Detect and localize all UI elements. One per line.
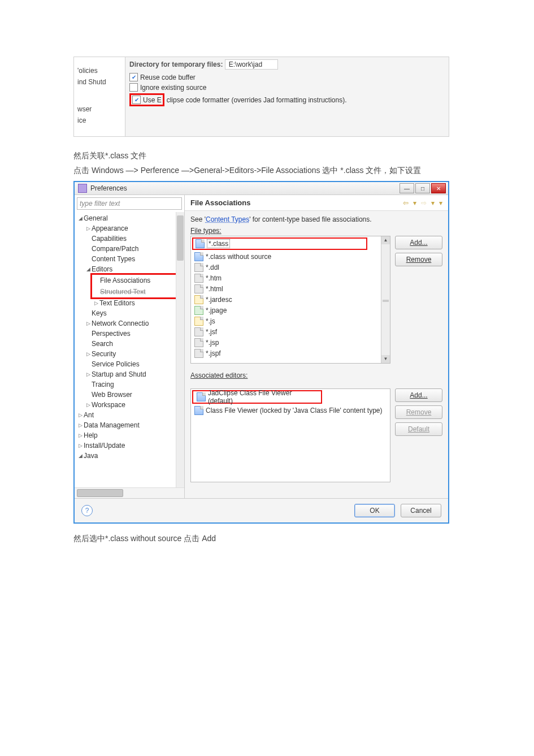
tree-item[interactable]: Structured Text — [100, 288, 145, 296]
editors-remove-button[interactable]: Remove — [395, 405, 442, 419]
editors-default-button[interactable]: Default — [395, 422, 442, 436]
tree-item[interactable]: Text Editors — [99, 299, 135, 307]
tree-item[interactable]: Appearance — [92, 224, 128, 232]
file-type-item[interactable]: *.class — [192, 237, 367, 250]
tree-item[interactable]: Workspace — [92, 401, 125, 409]
directory-value[interactable]: E:\work\jad — [225, 59, 278, 70]
tree-twisty-icon[interactable]: ◢ — [77, 215, 84, 221]
formatter-highlight: Use E — [129, 93, 164, 106]
tree-item[interactable]: File Associations — [100, 277, 150, 284]
file-types-remove-button[interactable]: Remove — [395, 253, 442, 266]
ignore-source-checkbox[interactable] — [129, 83, 138, 92]
tree-scrollbar-h[interactable] — [75, 487, 184, 498]
tree-twisty-icon[interactable]: ▷ — [85, 351, 92, 357]
tree-item[interactable]: Tracing — [92, 381, 114, 388]
file-type-item[interactable]: *.html — [191, 283, 390, 294]
tree-item[interactable]: Help — [84, 431, 98, 439]
cancel-button[interactable]: Cancel — [401, 504, 441, 517]
tree-twisty-icon[interactable]: ◢ — [77, 453, 84, 459]
tree-item[interactable]: Service Policies — [92, 360, 140, 368]
help-icon[interactable]: ? — [81, 505, 93, 516]
use-formatter-checkbox[interactable] — [132, 96, 141, 104]
file-types-add-button[interactable]: Add... — [395, 236, 442, 249]
tree-twisty-icon[interactable]: ◢ — [85, 266, 92, 272]
tree-item[interactable]: Content Types — [92, 255, 135, 263]
tree-twisty-icon[interactable]: ▷ — [77, 443, 84, 448]
file-type-item[interactable]: *.class without source — [191, 251, 390, 262]
tree-item[interactable]: Install/Update — [84, 442, 125, 450]
file-type-label: *.html — [206, 285, 223, 293]
filter-input[interactable]: type filter text — [77, 197, 182, 210]
tree-frag-item: ice — [77, 115, 125, 126]
file-type-item[interactable]: *.jsp — [191, 337, 390, 348]
tree-twisty-icon[interactable]: ▷ — [77, 433, 84, 438]
jad-options-fragment: 'olicies ind Shutd wser ice Directory fo… — [73, 57, 449, 137]
see-content-types-line: See 'Content Types' for content-type bas… — [190, 215, 442, 223]
tree-item[interactable]: Java — [84, 452, 98, 460]
tree-item[interactable]: Ant — [84, 411, 94, 419]
tree-item[interactable]: Startup and Shutd — [92, 370, 146, 378]
tree-item[interactable]: Compare/Patch — [92, 245, 138, 253]
maximize-button[interactable]: □ — [415, 183, 430, 193]
tree-twisty-icon[interactable]: ▷ — [85, 226, 92, 231]
file-type-label: *.htm — [206, 274, 222, 282]
instruction-line-3: 然后选中*.class without source 点击 Add — [73, 534, 449, 544]
tree-item[interactable]: General — [84, 214, 108, 222]
file-icon — [194, 295, 203, 304]
tree-twisty-icon[interactable]: ▷ — [85, 371, 92, 377]
tree-scrollbar-v[interactable] — [176, 212, 184, 487]
editor-item[interactable]: Class File Viewer (locked by 'Java Class… — [191, 405, 390, 416]
filter-placeholder: type filter text — [80, 200, 120, 208]
tree-twisty-icon[interactable]: ▷ — [85, 402, 92, 408]
tree-frag-item: ind Shutd — [77, 76, 125, 88]
nav-arrows[interactable]: ⇦▾ ⇨▾ ▾ — [403, 199, 442, 207]
file-associations-highlight: File AssociationsStructured Text — [90, 273, 184, 299]
editors-add-button[interactable]: Add... — [395, 388, 442, 402]
file-icon — [194, 306, 203, 315]
file-type-label: *.class without source — [206, 253, 271, 261]
file-types-list[interactable]: *.class*.class without source*.ddl*.htm*… — [190, 236, 390, 364]
instruction-line-2: 点击 Windows —> Perference —>General->Edit… — [73, 164, 449, 176]
titlebar[interactable]: Preferences — □ ✕ — [75, 182, 448, 195]
editor-label: Class File Viewer (locked by 'Java Class… — [206, 407, 382, 414]
tree-item[interactable]: Security — [92, 350, 116, 358]
tree-twisty-icon[interactable]: ▷ — [77, 422, 84, 428]
tree-item[interactable]: Web Browser — [92, 391, 132, 399]
reuse-buffer-checkbox[interactable] — [129, 73, 138, 81]
file-type-item[interactable]: *.ddl — [191, 262, 390, 273]
tree-item[interactable]: Keys — [92, 309, 107, 317]
file-type-item[interactable]: *.jsf — [191, 326, 390, 337]
file-icon — [194, 284, 203, 293]
file-type-item[interactable]: *.jspf — [191, 348, 390, 358]
close-button[interactable]: ✕ — [431, 183, 446, 193]
tree-twisty-icon[interactable]: ▷ — [85, 321, 92, 326]
content-types-link[interactable]: Content Types — [206, 215, 249, 223]
associated-editors-list[interactable]: JadClipse Class File Viewer (default)Cla… — [190, 388, 390, 482]
ok-button[interactable]: OK — [354, 504, 395, 517]
tree-item[interactable]: Search — [92, 340, 113, 348]
back-icon[interactable]: ⇦ — [403, 199, 409, 207]
file-type-label: *.class — [207, 239, 230, 248]
minimize-button[interactable]: — — [400, 183, 414, 193]
file-type-item[interactable]: *.jardesc — [191, 294, 390, 305]
tree-item[interactable]: Network Connectio — [92, 319, 149, 327]
directory-label: Directory for temporary files: — [129, 61, 223, 68]
forward-icon[interactable]: ⇨ — [421, 199, 427, 207]
editor-item[interactable]: JadClipse Class File Viewer (default) — [192, 390, 322, 404]
tree-twisty-icon[interactable]: ▷ — [93, 300, 99, 306]
tree-item[interactable]: Editors — [92, 265, 112, 273]
file-icon — [194, 263, 203, 272]
file-type-item[interactable]: *.htm — [191, 273, 390, 283]
file-types-scrollbar[interactable]: ▲▼ — [381, 236, 390, 363]
reuse-buffer-label: Reuse code buffer — [140, 74, 196, 81]
preferences-tree[interactable]: ◢General▷AppearanceCapabilitiesCompare/P… — [75, 212, 184, 487]
tree-item[interactable]: Perspectives — [92, 330, 131, 338]
tree-item[interactable]: Data Management — [84, 421, 140, 429]
file-type-item[interactable]: *.jpage — [191, 305, 390, 316]
file-icon — [194, 274, 203, 283]
tree-twisty-icon[interactable]: ▷ — [77, 412, 84, 418]
tree-item[interactable]: Capabilities — [92, 235, 127, 243]
file-type-item[interactable]: *.js — [191, 316, 390, 326]
instruction-line-1: 然后关联*.class 文件 — [73, 149, 449, 162]
file-icon — [194, 338, 203, 347]
